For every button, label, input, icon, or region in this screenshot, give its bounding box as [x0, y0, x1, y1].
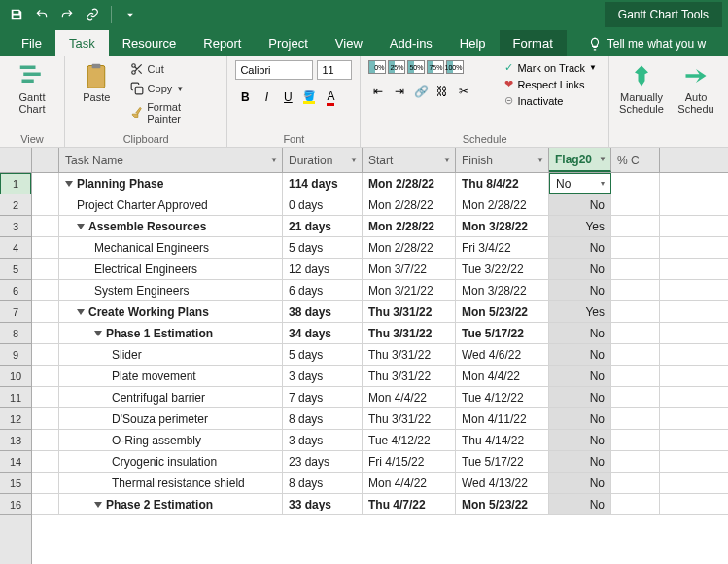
table-row[interactable]: Planning Phase114 daysMon 2/28/22Thu 8/4…	[32, 173, 728, 194]
outline-toggle-icon[interactable]	[77, 309, 85, 315]
cell-indicator[interactable]	[32, 494, 59, 514]
cell-finish[interactable]: Mon 4/11/22	[456, 408, 549, 429]
fill-color-button[interactable]: 🪣	[299, 88, 319, 107]
cell-percent[interactable]	[611, 366, 660, 386]
pct-100-button[interactable]: 100%	[446, 60, 464, 74]
cell-task-name[interactable]: Slider	[59, 344, 283, 365]
cell-percent[interactable]	[611, 301, 660, 322]
cell-percent[interactable]	[611, 430, 660, 450]
cell-indicator[interactable]	[32, 173, 59, 194]
cell-flag20[interactable]: No	[549, 473, 611, 493]
cell-duration[interactable]: 12 days	[283, 259, 363, 279]
cell-finish[interactable]: Tue 5/17/22	[456, 323, 549, 343]
cell-flag20[interactable]: No	[549, 344, 611, 365]
pct-0-button[interactable]: 0%	[368, 60, 386, 74]
cell-task-name[interactable]: Centrifugal barrier	[59, 387, 283, 407]
tab-task[interactable]: Task	[55, 30, 109, 56]
cell-start[interactable]: Mon 3/21/22	[363, 280, 456, 300]
cell-percent[interactable]	[611, 451, 660, 472]
cell-start[interactable]: Mon 2/28/22	[363, 173, 456, 194]
col-indicators[interactable]	[32, 148, 59, 172]
cell-indicator[interactable]	[32, 430, 59, 450]
cell-flag20[interactable]: No	[549, 194, 611, 215]
row-header[interactable]: 9	[0, 344, 31, 366]
row-header[interactable]: 4	[0, 237, 31, 259]
cell-task-name[interactable]: Phase 2 Estimation	[59, 494, 283, 514]
cell-start[interactable]: Mon 4/4/22	[363, 473, 456, 493]
cell-flag20[interactable]: No	[549, 237, 611, 258]
cell-finish[interactable]: Tue 3/22/22	[456, 259, 549, 279]
cell-start[interactable]: Thu 3/31/22	[363, 408, 456, 429]
cell-indicator[interactable]	[32, 473, 59, 493]
cell-percent[interactable]	[611, 280, 660, 300]
cell-finish[interactable]: Mon 3/28/22	[456, 280, 549, 300]
gantt-chart-button[interactable]: Gantt Chart	[8, 60, 56, 117]
col-start[interactable]: Start▼	[363, 148, 456, 172]
font-color-button[interactable]: A	[321, 88, 340, 107]
row-header[interactable]: 8	[0, 323, 31, 344]
italic-button[interactable]: I	[257, 88, 276, 107]
cell-task-name[interactable]: Cryogenic insulation	[59, 451, 283, 472]
table-row[interactable]: O-Ring assembly3 daysTue 4/12/22Thu 4/14…	[32, 430, 728, 451]
cell-task-name[interactable]: Assemble Resources	[59, 216, 283, 236]
cell-indicator[interactable]	[32, 216, 59, 236]
cell-task-name[interactable]: Plate movement	[59, 366, 283, 386]
cell-duration[interactable]: 114 days	[283, 173, 363, 194]
cell-percent[interactable]	[611, 216, 660, 236]
cell-duration[interactable]: 3 days	[283, 366, 363, 386]
indent-button[interactable]: ⇥	[390, 82, 409, 101]
table-row[interactable]: System Engineers6 daysMon 3/21/22Mon 3/2…	[32, 280, 728, 301]
table-row[interactable]: Plate movement3 daysThu 3/31/22Mon 4/4/2…	[32, 366, 728, 387]
respect-links-button[interactable]: ❤ Respect Links	[501, 77, 601, 91]
manually-schedule-button[interactable]: Manually Schedule	[617, 60, 666, 117]
tab-project[interactable]: Project	[255, 30, 321, 56]
cell-start[interactable]: Mon 3/7/22	[363, 259, 456, 279]
row-header[interactable]: 15	[0, 473, 31, 494]
tell-me-search[interactable]: Tell me what you w	[578, 31, 715, 56]
outline-toggle-icon[interactable]	[77, 224, 85, 229]
font-name-input[interactable]	[235, 60, 313, 80]
cell-task-name[interactable]: Electrical Engineers	[59, 259, 283, 279]
cell-percent[interactable]	[611, 173, 660, 194]
link-button[interactable]	[82, 4, 103, 25]
tab-format[interactable]: Format	[500, 30, 567, 56]
cell-finish[interactable]: Tue 4/12/22	[456, 387, 549, 407]
table-row[interactable]: D'Souza perimeter8 daysThu 3/31/22Mon 4/…	[32, 408, 728, 430]
col-percent-complete[interactable]: % C	[611, 148, 660, 172]
tab-view[interactable]: View	[322, 30, 376, 56]
row-header[interactable]: 1	[0, 173, 31, 194]
cell-finish[interactable]: Mon 2/28/22	[456, 194, 549, 215]
tab-help[interactable]: Help	[446, 30, 500, 56]
cell-flag20[interactable]: No	[549, 387, 611, 407]
cell-start[interactable]: Mon 2/28/22	[363, 194, 456, 215]
cell-flag20[interactable]: No	[549, 366, 611, 386]
cell-finish[interactable]: Mon 5/23/22	[456, 494, 549, 514]
cell-flag20[interactable]: No	[549, 280, 611, 300]
row-header[interactable]: 16	[0, 494, 31, 515]
cell-task-name[interactable]: Create Working Plans	[59, 301, 283, 322]
dropdown-icon[interactable]: ▾	[601, 179, 605, 188]
cell-indicator[interactable]	[32, 451, 59, 472]
mark-on-track-button[interactable]: ✓ Mark on Track ▼	[501, 60, 601, 75]
cell-duration[interactable]: 21 days	[283, 216, 363, 236]
outline-toggle-icon[interactable]	[65, 181, 73, 187]
undo-button[interactable]	[31, 4, 52, 25]
cell-indicator[interactable]	[32, 280, 59, 300]
bold-button[interactable]: B	[235, 88, 255, 107]
pct-50-button[interactable]: 50%	[407, 60, 425, 74]
col-task-name[interactable]: Task Name▼	[59, 148, 283, 172]
col-duration[interactable]: Duration▼	[283, 148, 363, 172]
customize-qat-button[interactable]	[120, 4, 141, 25]
split-task-button[interactable]: ✂	[454, 82, 473, 101]
outdent-button[interactable]: ⇤	[368, 82, 388, 101]
row-header[interactable]: 2	[0, 194, 31, 216]
cell-flag20[interactable]: Yes	[549, 301, 611, 322]
link-tasks-button[interactable]: 🔗	[411, 82, 431, 101]
tab-report[interactable]: Report	[190, 30, 255, 56]
save-button[interactable]	[6, 4, 27, 25]
cell-percent[interactable]	[611, 473, 660, 493]
row-header[interactable]: 14	[0, 451, 31, 473]
cell-indicator[interactable]	[32, 259, 59, 279]
cell-task-name[interactable]: Thermal resistance shield	[59, 473, 283, 493]
table-row[interactable]: Electrical Engineers12 daysMon 3/7/22Tue…	[32, 259, 728, 280]
